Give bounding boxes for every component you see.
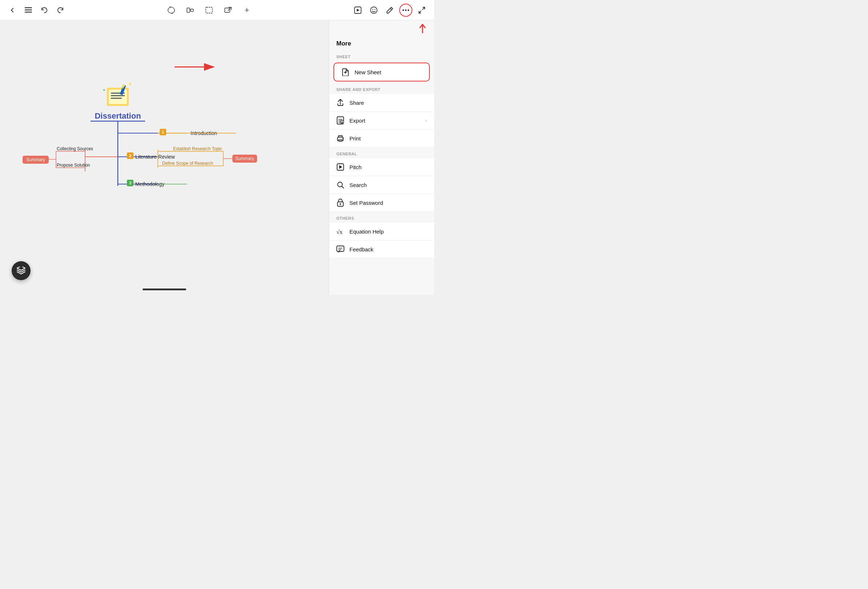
back-button[interactable] (6, 4, 19, 17)
badge-summary-right: Summary (235, 156, 254, 161)
print-icon (337, 134, 344, 142)
layers-fab[interactable] (12, 261, 31, 280)
svg-point-15 (405, 9, 406, 10)
svg-point-12 (375, 9, 375, 9)
pen-button[interactable] (383, 4, 396, 17)
toolbar: + (0, 0, 434, 21)
export-chevron: › (425, 117, 427, 123)
more-button[interactable] (399, 4, 412, 17)
pitch-label: Pitch (350, 164, 427, 170)
set-password-label: Set Password (350, 200, 427, 206)
svg-text:✦: ✦ (103, 88, 105, 92)
lock-icon (337, 198, 344, 207)
arrow-annotation (174, 60, 218, 74)
set-password-button[interactable]: Set Password (329, 194, 434, 212)
general-section: GENERAL Pitch Search (329, 149, 434, 212)
loop-button[interactable] (165, 4, 178, 17)
export-icon (337, 117, 344, 124)
svg-text:1: 1 (162, 130, 164, 134)
svg-text:2: 2 (129, 154, 131, 158)
svg-text:✦: ✦ (128, 81, 132, 87)
main-area: ✦ ✦ Dissertation 1 Introduction (0, 21, 434, 294)
general-label: GENERAL (329, 149, 434, 158)
toolbar-right (351, 4, 428, 17)
search-label: Search (350, 182, 427, 188)
equation-help-label: Equation Help (350, 228, 427, 235)
toolbar-center: + (165, 4, 254, 17)
new-sheet-button[interactable]: New Sheet (334, 62, 430, 81)
equation-icon: √x (337, 227, 344, 235)
node-collecting: Collecting Sources (57, 146, 93, 151)
bracket-button[interactable] (184, 4, 197, 17)
mind-map: ✦ ✦ Dissertation 1 Introduction (34, 80, 282, 235)
svg-rect-0 (25, 7, 32, 8)
undo-button[interactable] (38, 4, 51, 17)
export-label: Export (350, 117, 420, 124)
feedback-icon (337, 245, 344, 253)
pitch-button[interactable]: Pitch (329, 158, 434, 176)
equation-help-button[interactable]: √x Equation Help (329, 223, 434, 240)
feedback-label: Feedback (350, 246, 427, 253)
add-button[interactable]: + (241, 4, 254, 17)
svg-rect-1 (25, 9, 32, 10)
new-sheet-label: New Sheet (354, 69, 422, 75)
share-button[interactable]: Share (329, 94, 434, 112)
canvas[interactable]: ✦ ✦ Dissertation 1 Introduction (0, 21, 329, 294)
svg-point-70 (340, 203, 341, 205)
svg-point-10 (371, 7, 377, 13)
svg-point-11 (372, 9, 373, 9)
print-label: Print (350, 135, 427, 142)
print-button[interactable]: Print (329, 130, 434, 147)
others-label: OTHERS (329, 213, 434, 223)
share-label: Share (350, 100, 427, 106)
search-icon (337, 181, 344, 189)
new-sheet-icon (341, 68, 350, 76)
up-arrow-indicator (418, 22, 427, 34)
svg-point-14 (403, 9, 404, 10)
badge-summary-left: Summary (26, 157, 45, 162)
emoji-button[interactable] (367, 4, 380, 17)
svg-line-13 (390, 8, 392, 10)
home-indicator (143, 289, 186, 290)
export-button[interactable]: Export › (329, 112, 434, 130)
svg-rect-4 (190, 9, 193, 11)
play-button[interactable] (351, 4, 365, 17)
svg-point-65 (342, 138, 343, 139)
share-export-label: SHARE AND EXPORT (329, 84, 434, 94)
svg-rect-2 (25, 12, 32, 13)
sheet-section-label: SHEET (329, 52, 434, 61)
share-icon (337, 99, 344, 107)
pitch-icon (337, 163, 344, 171)
svg-rect-3 (187, 8, 190, 12)
svg-rect-72 (337, 246, 344, 252)
feedback-button[interactable]: Feedback (329, 240, 434, 258)
svg-rect-20 (109, 89, 127, 104)
others-section: OTHERS √x Equation Help (329, 213, 434, 258)
share-export-section: SHARE AND EXPORT Share (329, 84, 434, 147)
svg-rect-6 (206, 7, 213, 13)
svg-point-16 (407, 9, 409, 10)
external-link-button[interactable] (221, 4, 235, 17)
sheet-section: SHEET New Sheet (329, 52, 434, 83)
list-button[interactable] (22, 4, 35, 17)
diagram-title: Dissertation (94, 111, 141, 120)
redo-button[interactable] (54, 4, 67, 17)
node-lit-review: Literature Review (135, 154, 175, 160)
svg-rect-64 (338, 139, 342, 141)
svg-rect-7 (225, 8, 230, 12)
right-panel: More SHEET New Sheet SHARE AND EXPORT (329, 21, 434, 294)
panel-title: More (329, 34, 434, 52)
svg-line-68 (342, 186, 344, 188)
node-research-topic: Establish Research Topic (173, 146, 222, 151)
expand-button[interactable] (415, 4, 428, 17)
node-propose: Propose Solution (57, 163, 90, 168)
dashed-rect-button[interactable] (202, 4, 216, 17)
svg-text:√x: √x (337, 229, 342, 235)
search-button[interactable]: Search (329, 176, 434, 194)
node-scope: Define Scope of Research (162, 161, 213, 166)
svg-text:3: 3 (129, 181, 131, 185)
